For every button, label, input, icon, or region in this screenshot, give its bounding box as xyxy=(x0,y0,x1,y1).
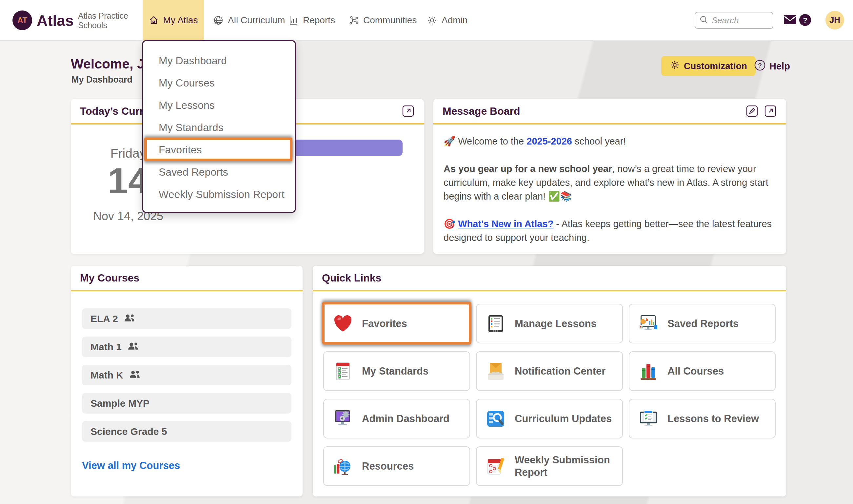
quick-links-card: Quick Links Favorites xyxy=(313,266,786,497)
tile-admin-dashboard[interactable]: Admin Dashboard xyxy=(323,399,470,438)
todays-curriculum-title: Today’s Curric xyxy=(80,105,153,117)
nav-communities[interactable]: Communities xyxy=(349,0,417,41)
search-box[interactable] xyxy=(695,12,773,29)
my-courses-title: My Courses xyxy=(80,272,139,284)
envelope-tray-icon xyxy=(485,361,506,382)
tile-all-courses[interactable]: All Courses xyxy=(629,351,776,391)
whats-new-link[interactable]: What's New in Atlas? xyxy=(458,219,553,229)
menu-item-weekly-submission-report[interactable]: Weekly Submission Report xyxy=(143,183,295,205)
checklist-icon xyxy=(333,361,353,382)
atlas-logo-initials-icon: AT xyxy=(15,15,30,25)
tile-saved-reports[interactable]: Saved Reports xyxy=(629,304,776,343)
open-external-icon[interactable] xyxy=(402,105,415,118)
tile-my-standards[interactable]: My Standards xyxy=(323,351,470,391)
rocket-emoji: 🚀 xyxy=(444,136,455,146)
my-atlas-dropdown-menu: My Dashboard My Courses My Lessons My St… xyxy=(142,40,296,213)
my-courses-header: My Courses xyxy=(71,266,303,291)
monitor-checklist-icon xyxy=(638,408,659,429)
message-board-title: Message Board xyxy=(443,105,520,117)
top-navigation-bar: AT Atlas Atlas Practice Schools My Atlas… xyxy=(0,0,853,41)
tile-lessons-to-review[interactable]: Lessons to Review xyxy=(629,399,776,438)
nav-admin[interactable]: Admin xyxy=(427,0,467,41)
menu-item-my-courses[interactable]: My Courses xyxy=(143,72,295,94)
globe-icon xyxy=(213,15,224,25)
course-row-mathk[interactable]: Math K xyxy=(82,365,291,385)
check-emoji: ✅ xyxy=(548,191,560,201)
menu-item-saved-reports[interactable]: Saved Reports xyxy=(143,161,295,183)
books-shelf-icon xyxy=(638,361,659,382)
blue-magnifier-icon xyxy=(485,408,506,429)
search-icon xyxy=(699,15,708,25)
message-line-1: 🚀 Welcome to the 2025-2026 school year! xyxy=(444,134,775,148)
help-question-icon[interactable]: ? xyxy=(799,14,811,28)
open-external-icon[interactable] xyxy=(764,105,777,118)
menu-item-my-standards[interactable]: My Standards xyxy=(143,116,295,139)
course-row-ela2[interactable]: ELA 2 xyxy=(82,308,291,329)
breadcrumb: My Dashboard xyxy=(71,75,132,85)
svg-text:?: ? xyxy=(758,62,762,69)
quick-links-header: Quick Links xyxy=(313,266,786,291)
target-emoji: 🎯 xyxy=(444,219,455,229)
tile-notification-center[interactable]: Notification Center xyxy=(476,351,623,391)
customization-button[interactable]: Customization xyxy=(661,56,756,76)
message-board-header: Message Board xyxy=(433,99,786,125)
message-paragraph-3: 🎯 What's New in Atlas? - Atlas keeps get… xyxy=(444,217,775,245)
quick-links-grid: Favorites Manage Lessons xyxy=(313,291,786,486)
page-title: Welcome, Je xyxy=(71,56,152,72)
menu-item-my-lessons[interactable]: My Lessons xyxy=(143,94,295,116)
bar-chart-icon xyxy=(288,15,299,25)
user-avatar[interactable]: JH xyxy=(825,11,844,30)
atlas-logo[interactable]: AT xyxy=(13,11,32,30)
monitor-gears-icon xyxy=(333,408,353,429)
view-all-courses-link[interactable]: View all my Courses xyxy=(82,460,180,471)
globe-books-icon xyxy=(333,456,353,477)
organization-name: Atlas Practice Schools xyxy=(78,11,128,30)
nav-my-atlas[interactable]: My Atlas xyxy=(143,0,203,41)
nav-all-curriculum[interactable]: All Curriculum xyxy=(213,0,285,41)
school-year-link[interactable]: 2025-2026 xyxy=(527,136,572,146)
tile-weekly-submission-report[interactable]: Weekly Submission Report xyxy=(476,446,623,486)
heart-icon xyxy=(333,313,353,334)
shared-users-icon xyxy=(129,370,140,381)
tile-resources[interactable]: Resources xyxy=(323,446,470,486)
brand-name: Atlas xyxy=(37,12,73,30)
menu-item-favorites[interactable]: Favorites xyxy=(143,139,295,161)
network-icon xyxy=(349,15,359,25)
my-courses-card: My Courses ELA 2 Math 1 xyxy=(71,266,303,497)
gear-icon xyxy=(427,15,437,25)
search-input[interactable] xyxy=(712,15,764,25)
messages-envelope-icon[interactable] xyxy=(783,14,797,26)
course-row-sample-myp[interactable]: Sample MYP xyxy=(82,393,291,414)
tablet-list-icon xyxy=(485,313,506,334)
message-board-body: 🚀 Welcome to the 2025-2026 school year! … xyxy=(433,125,786,245)
nav-reports[interactable]: Reports xyxy=(288,0,335,41)
course-row-math1[interactable]: Math 1 xyxy=(82,337,291,357)
monitor-chart-icon xyxy=(638,313,659,334)
course-list: ELA 2 Math 1 Math K xyxy=(71,291,303,442)
svg-text:?: ? xyxy=(803,16,807,24)
dashboard-screen: AT Atlas Atlas Practice Schools My Atlas… xyxy=(0,0,853,504)
message-paragraph-2: As you gear up for a new school year, no… xyxy=(444,162,775,203)
tile-favorites[interactable]: Favorites xyxy=(323,304,470,343)
tile-curriculum-updates[interactable]: Curriculum Updates xyxy=(476,399,623,438)
books-emoji: 📚 xyxy=(560,191,572,201)
menu-item-my-dashboard[interactable]: My Dashboard xyxy=(143,50,295,72)
shared-users-icon xyxy=(127,341,139,353)
help-link[interactable]: ? Help xyxy=(754,59,790,73)
calendar-pencil-icon xyxy=(485,456,506,477)
help-circle-icon: ? xyxy=(754,59,766,73)
course-row-science-grade5[interactable]: Science Grade 5 xyxy=(82,421,291,442)
shared-users-icon xyxy=(124,313,135,324)
message-board-card: Message Board 🚀 Welcome to the 2025-2026… xyxy=(433,99,786,254)
tile-manage-lessons[interactable]: Manage Lessons xyxy=(476,304,623,343)
home-icon xyxy=(148,15,159,25)
quick-links-title: Quick Links xyxy=(322,272,381,284)
edit-pencil-icon[interactable] xyxy=(745,105,759,118)
svg-text:AT: AT xyxy=(17,16,28,24)
customization-gear-icon xyxy=(670,60,680,72)
